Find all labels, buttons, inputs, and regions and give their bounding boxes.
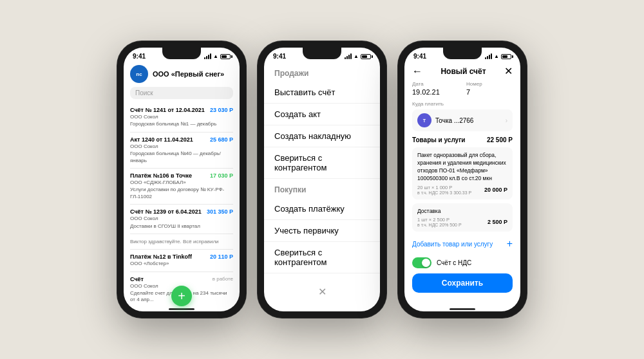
sales-section-label: Продажи	[264, 62, 380, 82]
wifi-icon-1: ▲	[213, 53, 218, 59]
list-item[interactable]: Виктор здравствуйте. Всё исправили	[130, 234, 233, 250]
home-indicator-3	[450, 308, 475, 310]
list-item[interactable]: Платёж №106 в Точке 17 030 Р ООО «СДЖК-Г…	[130, 169, 233, 205]
product-item-1[interactable]: Пакет одноразовый для сбора, хранения и …	[412, 147, 513, 199]
signal-icon-3	[485, 53, 492, 59]
list-item[interactable]: Платёж №12 в Tinkoff 20 110 Р ООО «Лобст…	[130, 250, 233, 272]
phone-2-notch	[303, 48, 341, 59]
goods-section-header: Товары и услуги 22 500 Р	[412, 136, 513, 143]
page-title: Новый счёт	[440, 67, 486, 76]
phone-3-screen: 9:41 ▲ ← Новый счёт	[404, 48, 520, 311]
vat-toggle-row: Счёт с НДС	[412, 255, 513, 273]
signal-icon-2	[345, 53, 352, 59]
menu-item-issue-invoice[interactable]: Выставить счёт	[264, 82, 380, 104]
status-icons-1: ▲	[204, 53, 231, 59]
save-button[interactable]: Сохранить	[412, 273, 513, 293]
phone1-header: пс ООО «Первый снег»	[124, 62, 240, 87]
invoice-body: Дата 19.02.21 Номер 7 Куда платить Т Точ…	[404, 81, 520, 304]
invoice-header: ← Новый счёт ✕	[404, 62, 520, 81]
wifi-icon-3: ▲	[494, 53, 499, 59]
fab-add-button[interactable]: +	[171, 286, 192, 306]
company-name: ООО «Первый снег»	[153, 70, 224, 78]
avatar: пс	[130, 65, 148, 83]
search-input[interactable]: Поиск	[130, 87, 233, 99]
menu-item-reconcile-purchases[interactable]: Свериться с контрагентом	[264, 242, 380, 273]
phone-1-screen: 9:41 ▲ пс	[124, 48, 240, 311]
close-menu-button[interactable]: ✕	[264, 276, 380, 307]
product-item-2[interactable]: Доставка 1 шт × 2 500 Р в т.ч. НДС 20% 5…	[412, 203, 513, 232]
add-item-row[interactable]: Добавить товар или услугу +	[412, 235, 513, 255]
close-button[interactable]: ✕	[504, 65, 513, 77]
status-time-1: 9:41	[133, 53, 146, 60]
vat-toggle[interactable]	[412, 257, 431, 268]
chevron-right-icon: ›	[506, 117, 507, 124]
home-indicator-1	[169, 308, 194, 310]
list-item[interactable]: Счёт № 1239 от 6.04.2021 301 350 Р ООО С…	[130, 205, 233, 234]
add-item-plus-icon: +	[507, 238, 513, 250]
number-field: Номер 7	[466, 81, 513, 96]
back-button[interactable]: ←	[412, 66, 422, 77]
wifi-icon-2: ▲	[354, 53, 359, 59]
signal-icon-1	[204, 53, 211, 59]
status-icons-2: ▲	[345, 53, 371, 59]
phone-2-screen: 9:41 ▲ Продажи Выставить счёт	[264, 48, 380, 311]
phone-1-notch	[162, 48, 201, 59]
x-icon: ✕	[314, 284, 330, 299]
phone-2: 9:41 ▲ Продажи Выставить счёт	[258, 41, 386, 318]
phone-3: 9:41 ▲ ← Новый счёт	[398, 41, 527, 318]
status-time-3: 9:41	[413, 53, 426, 60]
purchases-section-label: Покупки	[264, 179, 380, 198]
menu-item-reconcile-sales[interactable]: Свериться с контрагентом	[264, 147, 380, 179]
battery-icon-1	[220, 54, 231, 59]
date-number-row: Дата 19.02.21 Номер 7	[412, 81, 513, 96]
recipient-avatar: Т	[417, 113, 431, 127]
battery-icon-2	[361, 54, 371, 59]
menu-item-create-invoice[interactable]: Создать накладную	[264, 125, 380, 147]
battery-icon-3	[501, 54, 511, 59]
status-icons-3: ▲	[485, 53, 511, 59]
document-list: Счёт № 1241 от 12.04.2021 23 030 Р ООО С…	[124, 103, 240, 304]
menu-item-record-primary[interactable]: Учесть первичку	[264, 220, 380, 242]
recipient-row[interactable]: Т Точка ...2766 ›	[412, 109, 513, 131]
list-item[interactable]: Счёт № 1241 от 12.04.2021 23 030 Р ООО С…	[130, 103, 233, 133]
phone-1: 9:41 ▲ пс	[117, 41, 246, 318]
menu-item-create-payment[interactable]: Создать платёжку	[264, 198, 380, 220]
date-field: Дата 19.02.21	[412, 81, 459, 96]
list-item[interactable]: Акт 1240 от 11.04.2021 25 680 Р ООО Соко…	[130, 133, 233, 169]
phone-3-notch	[443, 48, 482, 59]
status-time-2: 9:41	[273, 53, 286, 60]
menu-item-create-act[interactable]: Создать акт	[264, 104, 380, 125]
